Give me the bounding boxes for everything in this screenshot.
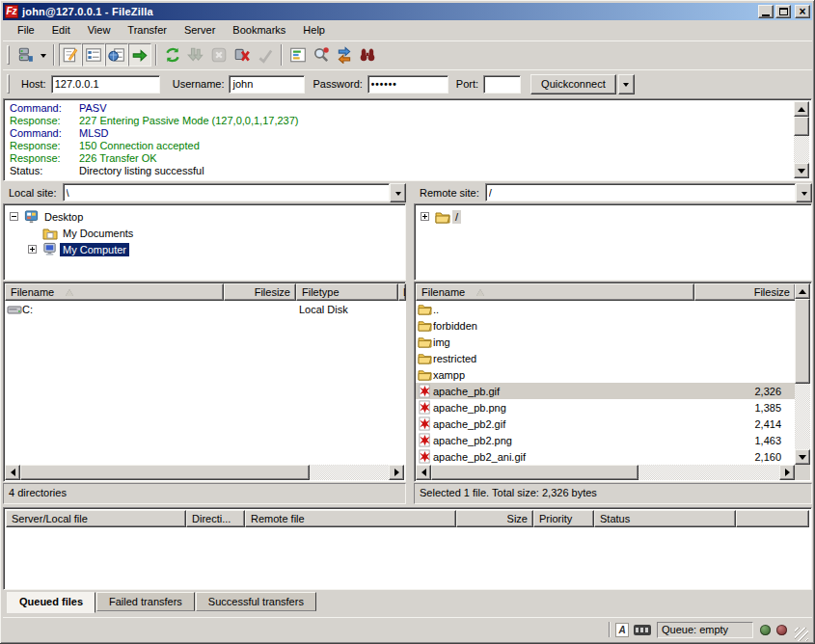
menu-view[interactable]: View bbox=[79, 22, 120, 38]
column-header-filesize[interactable]: Filesize bbox=[694, 283, 796, 301]
quickconnect-grip[interactable] bbox=[7, 74, 10, 94]
menu-transfer[interactable]: Transfer bbox=[119, 22, 176, 38]
file-row-selected[interactable]: apache_pb.gif 2,326 bbox=[416, 383, 796, 399]
synchronized-browsing-button[interactable] bbox=[333, 43, 356, 67]
toolbar bbox=[3, 40, 812, 68]
log-vertical-scrollbar[interactable] bbox=[794, 101, 809, 178]
file-row[interactable]: img bbox=[416, 334, 796, 350]
tree-item-my-computer[interactable]: My Computer bbox=[10, 241, 403, 257]
tree-item-my-documents[interactable]: My Documents bbox=[10, 225, 403, 241]
local-status-text: 4 directories bbox=[3, 483, 406, 504]
file-row[interactable]: apache_pb2_ani.gif 2,160 bbox=[416, 448, 796, 465]
column-label: Size bbox=[507, 513, 528, 524]
scroll-right-button[interactable] bbox=[779, 465, 795, 480]
scroll-up-button[interactable] bbox=[794, 101, 809, 117]
file-row[interactable]: apache_pb2.gif 2,414 bbox=[416, 416, 796, 432]
remote-site-combo[interactable] bbox=[485, 183, 812, 202]
process-queue-button[interactable] bbox=[184, 43, 207, 67]
column-header-filename[interactable]: Filename bbox=[5, 283, 224, 301]
directory-listing-filters-button[interactable] bbox=[286, 43, 310, 67]
site-manager-dropdown-button[interactable] bbox=[37, 43, 49, 67]
column-header-server-local-file[interactable]: Server/Local file bbox=[6, 510, 186, 527]
reconnect-button[interactable] bbox=[254, 43, 277, 67]
file-row[interactable]: apache_pb2.png 1,463 bbox=[416, 432, 796, 448]
scrollbar-thumb[interactable] bbox=[794, 117, 809, 136]
host-input[interactable] bbox=[51, 75, 160, 94]
tree-item-root[interactable]: / bbox=[421, 208, 809, 225]
tab-failed-transfers[interactable]: Failed transfers bbox=[96, 592, 195, 611]
scroll-down-button[interactable] bbox=[795, 449, 810, 465]
file-row[interactable]: xampp bbox=[416, 366, 796, 383]
password-input[interactable] bbox=[367, 75, 448, 94]
toggle-message-log-button[interactable] bbox=[59, 43, 82, 67]
local-site-label: Local site: bbox=[3, 187, 63, 199]
column-header-filetype[interactable]: Filetype bbox=[296, 283, 398, 301]
menu-server[interactable]: Server bbox=[176, 22, 224, 38]
port-input[interactable] bbox=[483, 75, 521, 94]
maximize-button[interactable] bbox=[775, 5, 791, 18]
directory-comparison-button[interactable] bbox=[310, 43, 333, 67]
cancel-icon bbox=[210, 46, 228, 64]
column-header-size[interactable]: Size bbox=[456, 510, 533, 527]
collapse-icon[interactable] bbox=[10, 212, 18, 221]
file-name: restricted bbox=[433, 353, 693, 364]
local-site-path-input[interactable] bbox=[63, 183, 390, 201]
left-arrow-icon bbox=[418, 469, 426, 476]
column-header-remote-file[interactable]: Remote file bbox=[245, 510, 456, 527]
remote-site-dropdown-button[interactable] bbox=[796, 183, 812, 202]
column-header-filename[interactable]: Filename bbox=[416, 283, 694, 301]
scrollbar-thumb[interactable] bbox=[20, 465, 310, 480]
titlebar[interactable]: Fz john@127.0.0.1 - FileZilla × bbox=[3, 3, 812, 20]
column-header-direction[interactable]: Directi... bbox=[186, 510, 245, 527]
scroll-left-button[interactable] bbox=[416, 465, 431, 480]
toolbar-grip[interactable] bbox=[7, 45, 10, 65]
site-manager-button[interactable] bbox=[14, 43, 37, 67]
menu-help[interactable]: Help bbox=[294, 22, 334, 38]
file-name: img bbox=[433, 336, 693, 348]
toggle-transfer-queue-button[interactable] bbox=[128, 43, 151, 67]
disconnect-button[interactable] bbox=[231, 43, 254, 67]
menu-file[interactable]: File bbox=[9, 22, 43, 38]
expand-icon[interactable] bbox=[28, 245, 37, 254]
remote-horizontal-scrollbar[interactable] bbox=[416, 465, 795, 480]
tab-successful-transfers[interactable]: Successful transfers bbox=[196, 592, 316, 611]
quickconnect-button[interactable]: Quickconnect bbox=[530, 74, 616, 94]
tree-item-desktop[interactable]: Desktop bbox=[10, 208, 403, 225]
refresh-button[interactable] bbox=[161, 43, 184, 67]
expand-icon[interactable] bbox=[421, 212, 429, 221]
remote-vertical-scrollbar[interactable] bbox=[795, 283, 810, 465]
scroll-right-button[interactable] bbox=[389, 465, 404, 480]
close-button[interactable]: × bbox=[795, 5, 810, 18]
file-row[interactable]: forbidden bbox=[416, 317, 796, 334]
toggle-remote-tree-button[interactable] bbox=[105, 43, 128, 67]
find-files-button[interactable] bbox=[356, 43, 379, 67]
column-header-status[interactable]: Status bbox=[594, 510, 736, 527]
column-header-filesize[interactable]: Filesize bbox=[224, 283, 296, 301]
menu-edit[interactable]: Edit bbox=[43, 22, 79, 38]
local-site-combo[interactable] bbox=[63, 183, 406, 202]
scroll-up-button[interactable] bbox=[795, 283, 810, 299]
scrollbar-thumb[interactable] bbox=[795, 299, 810, 384]
local-site-dropdown-button[interactable] bbox=[390, 183, 406, 202]
minimize-button[interactable] bbox=[758, 5, 774, 18]
column-header-priority[interactable]: Priority bbox=[533, 510, 594, 527]
local-horizontal-scrollbar[interactable] bbox=[5, 465, 404, 480]
file-row[interactable]: .. bbox=[416, 301, 796, 317]
file-row[interactable]: apache_pb.png 1,385 bbox=[416, 399, 796, 416]
username-input[interactable] bbox=[229, 75, 305, 94]
menubar: File Edit View Transfer Server Bookmarks… bbox=[3, 20, 812, 40]
file-row[interactable]: C: Local Disk bbox=[5, 301, 406, 317]
scroll-left-button[interactable] bbox=[5, 465, 20, 480]
scroll-down-button[interactable] bbox=[794, 163, 809, 178]
tab-queued-files[interactable]: Queued files bbox=[7, 592, 95, 613]
file-row[interactable]: restricted bbox=[416, 350, 796, 366]
scrollbar-thumb[interactable] bbox=[431, 465, 638, 480]
column-header-lastmodified[interactable]: L bbox=[398, 283, 406, 301]
menu-bookmarks[interactable]: Bookmarks bbox=[224, 22, 294, 38]
image-file-icon bbox=[416, 400, 433, 415]
quickconnect-dropdown-button[interactable] bbox=[618, 74, 635, 94]
remote-site-path-input[interactable] bbox=[485, 183, 796, 201]
window-resize-grip[interactable] bbox=[795, 628, 808, 641]
toggle-local-tree-button[interactable] bbox=[82, 43, 105, 67]
cancel-operation-button[interactable] bbox=[207, 43, 231, 67]
